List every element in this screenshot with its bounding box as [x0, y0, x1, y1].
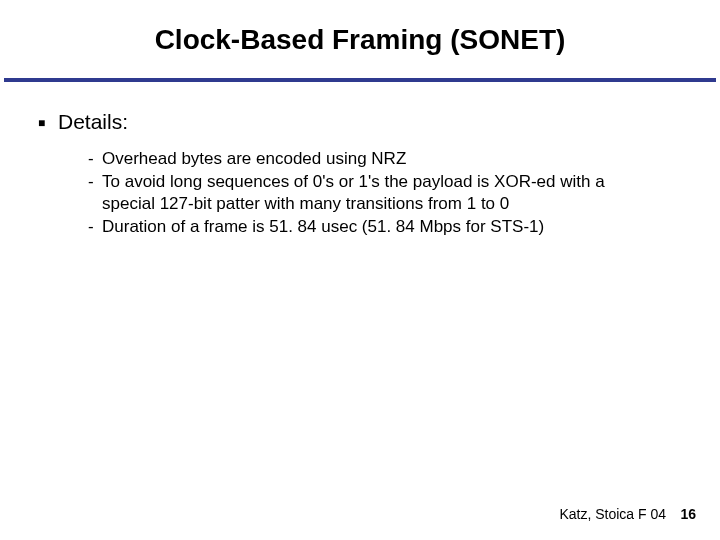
list-item-text: To avoid long sequences of 0's or 1's th… — [102, 171, 660, 214]
slide-title: Clock-Based Framing (SONET) — [0, 24, 720, 56]
title-rule — [4, 78, 716, 82]
list-item-text: Duration of a frame is 51. 84 usec (51. … — [102, 216, 660, 237]
dash-icon: - — [88, 148, 102, 169]
list-item-text: Overhead bytes are encoded using NRZ — [102, 148, 660, 169]
content-area: ■Details: - Overhead bytes are encoded u… — [60, 110, 660, 239]
slide: Clock-Based Framing (SONET) ■Details: - … — [0, 0, 720, 540]
square-bullet-icon: ■ — [38, 116, 48, 126]
page-number: 16 — [680, 506, 696, 522]
dash-icon: - — [88, 171, 102, 214]
list-item: - To avoid long sequences of 0's or 1's … — [88, 171, 660, 214]
dash-icon: - — [88, 216, 102, 237]
section-heading: ■Details: — [60, 110, 660, 134]
section-label: Details: — [58, 110, 128, 133]
list-item: - Duration of a frame is 51. 84 usec (51… — [88, 216, 660, 237]
footer-text: Katz, Stoica F 04 — [559, 506, 666, 522]
list-item: - Overhead bytes are encoded using NRZ — [88, 148, 660, 169]
sub-bullet-list: - Overhead bytes are encoded using NRZ -… — [88, 148, 660, 237]
